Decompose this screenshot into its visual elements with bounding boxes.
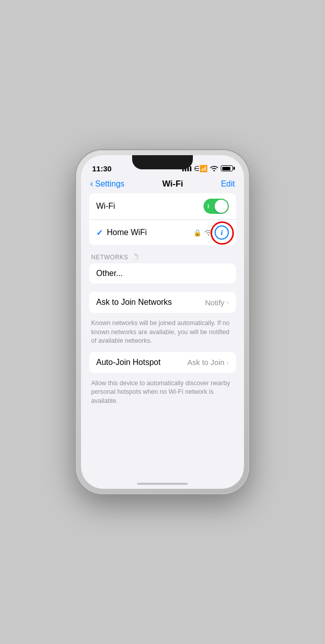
wifi-toggle[interactable]: I bbox=[204, 199, 229, 214]
toggle-indicator: I bbox=[208, 204, 209, 209]
svg-line-8 bbox=[132, 258, 134, 259]
toggle-knob bbox=[215, 200, 228, 213]
connected-network-left: ✓ Home WiFi bbox=[96, 228, 147, 238]
wifi-toggle-row: Wi-Fi I bbox=[89, 193, 236, 219]
ask-join-value-group: Notify › bbox=[205, 298, 229, 307]
auto-join-row[interactable]: Auto-Join Hotspot Ask to Join › bbox=[89, 352, 236, 373]
svg-line-2 bbox=[137, 256, 139, 257]
page-title: Wi-Fi bbox=[162, 179, 183, 189]
ask-join-chevron-icon: › bbox=[226, 298, 229, 306]
svg-line-1 bbox=[136, 254, 137, 256]
edit-button[interactable]: Edit bbox=[221, 179, 235, 189]
svg-line-5 bbox=[136, 259, 137, 260]
connected-network-row: ✓ Home WiFi 🔒 i bbox=[89, 219, 236, 245]
wifi-status-icon: ∈📶 bbox=[194, 165, 208, 172]
phone-frame: 11:30 ∈📶 bbox=[76, 150, 249, 494]
ask-join-description: Known networks will be joined automatica… bbox=[89, 317, 236, 352]
other-network-label: Other... bbox=[96, 269, 123, 278]
auto-join-chevron-icon: › bbox=[226, 358, 229, 366]
svg-line-11 bbox=[134, 254, 135, 256]
auto-join-description: Allow this device to automatically disco… bbox=[89, 377, 236, 412]
auto-join-value-group: Ask to Join › bbox=[187, 358, 229, 366]
wifi-label: Wi-Fi bbox=[96, 202, 115, 211]
back-chevron-icon: ‹ bbox=[90, 178, 93, 189]
other-network-row[interactable]: Other... bbox=[89, 263, 236, 284]
svg-line-10 bbox=[132, 256, 134, 257]
ask-join-card: Ask to Join Networks Notify › bbox=[89, 292, 236, 313]
auto-join-section: Auto-Join Hotspot Ask to Join › Allow th… bbox=[89, 352, 236, 412]
wifi-strength-icon bbox=[205, 229, 213, 236]
ask-join-label: Ask to Join Networks bbox=[96, 298, 172, 307]
notch bbox=[132, 155, 193, 169]
info-icon: i bbox=[221, 228, 223, 237]
back-button[interactable]: ‹ Settings bbox=[90, 178, 125, 189]
auto-join-label: Auto-Join Hotspot bbox=[96, 358, 160, 367]
content-area: Wi-Fi I ✓ Home WiFi 🔒 bbox=[81, 193, 244, 482]
other-network-card[interactable]: Other... bbox=[89, 263, 236, 284]
ask-join-row[interactable]: Ask to Join Networks Notify › bbox=[89, 292, 236, 313]
connected-network-label: Home WiFi bbox=[107, 228, 147, 237]
auto-join-value: Ask to Join bbox=[187, 358, 224, 366]
navigation-bar: ‹ Settings Wi-Fi Edit bbox=[81, 177, 244, 193]
phone-screen: 11:30 ∈📶 bbox=[81, 155, 244, 489]
auto-join-card: Auto-Join Hotspot Ask to Join › bbox=[89, 352, 236, 373]
lock-icon: 🔒 bbox=[193, 229, 201, 237]
ask-join-section: Ask to Join Networks Notify › Known netw… bbox=[89, 292, 236, 352]
wifi-status-icon2 bbox=[210, 165, 218, 171]
checkmark-icon: ✓ bbox=[96, 228, 103, 238]
networks-section-header: NETWORKS bbox=[89, 249, 236, 263]
info-button[interactable]: i bbox=[215, 225, 229, 240]
svg-line-7 bbox=[134, 259, 135, 260]
ask-join-value: Notify bbox=[205, 298, 224, 307]
back-label: Settings bbox=[95, 179, 125, 189]
battery-icon bbox=[221, 165, 233, 171]
info-button-wrapper: i bbox=[215, 225, 229, 240]
svg-line-4 bbox=[137, 258, 139, 259]
connected-network-right: 🔒 i bbox=[193, 225, 229, 240]
loading-spinner-icon bbox=[131, 253, 139, 261]
wifi-toggle-card: Wi-Fi I ✓ Home WiFi 🔒 bbox=[89, 193, 236, 245]
status-time: 11:30 bbox=[92, 164, 111, 173]
home-bar bbox=[137, 483, 188, 485]
networks-label: NETWORKS bbox=[91, 254, 128, 261]
